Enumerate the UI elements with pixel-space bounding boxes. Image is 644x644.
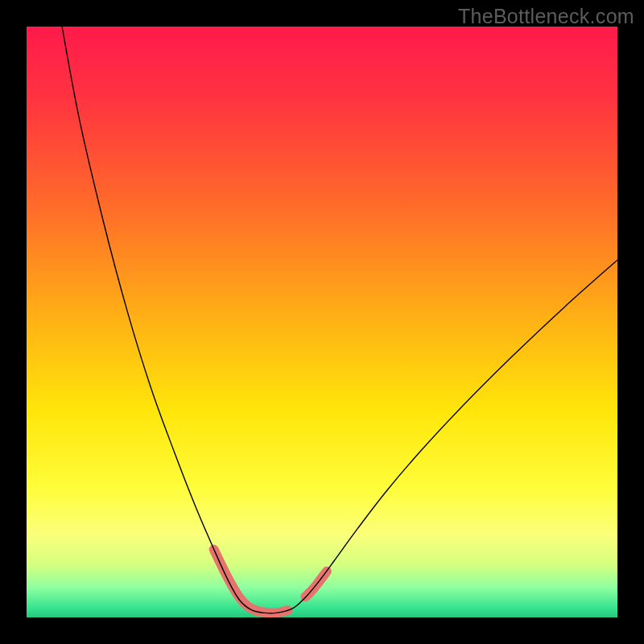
watermark-text: TheBottleneck.com [458, 5, 634, 28]
gradient-background [27, 27, 617, 617]
chart-frame: TheBottleneck.com [0, 0, 644, 644]
chart-svg [27, 27, 617, 617]
plot-area [27, 27, 617, 617]
